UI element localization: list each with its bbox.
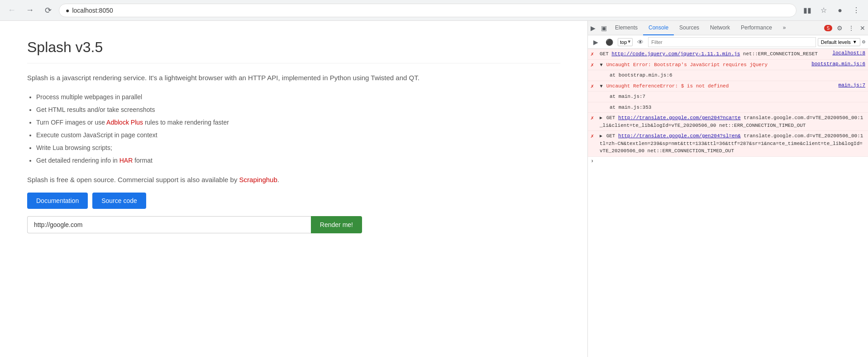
cast-button[interactable]: ▮▮ [800, 3, 815, 18]
expand-triangle-5[interactable]: ▶ [600, 133, 602, 140]
console-sub-2: at bootstrap.min.js:6 [588, 70, 868, 81]
tab-network[interactable]: Network [705, 21, 735, 35]
console-more-chevron[interactable]: › [591, 158, 594, 164]
documentation-button[interactable]: Documentation [27, 193, 88, 209]
console-msg-1: GET http://code.jquery.com/jquery-1.11.1… [600, 50, 830, 58]
devtools-close-btn[interactable]: ✕ [857, 23, 868, 34]
back-button[interactable]: ← [5, 3, 19, 18]
devtools-tab-bar: Elements Console Sources Network Perform… [610, 21, 792, 35]
console-entry-1: ✗ GET http://code.jquery.com/jquery-1.11… [588, 49, 868, 60]
list-item: Get detailed rendering info in HAR forma… [36, 154, 560, 167]
render-button[interactable]: Render me! [311, 216, 362, 233]
console-eye-btn[interactable]: 👁 [634, 37, 646, 48]
console-source-3[interactable]: main.js:7 [839, 82, 865, 88]
tab-performance[interactable]: Performance [735, 21, 777, 35]
console-msg-3: ▶ Uncaught ReferenceError: $ is not defi… [600, 82, 837, 90]
error-icon-1: ✗ [591, 51, 598, 58]
top-selector[interactable]: top ▼ [618, 38, 633, 46]
console-execute-btn[interactable]: ▶ [591, 37, 601, 48]
har-link[interactable]: HAR [119, 157, 133, 164]
console-entry-5: ✗ ▶ GET http://translate.google.com/gen2… [588, 131, 868, 157]
expand-triangle-2[interactable]: ▶ [598, 63, 605, 66]
page-content: Splash v3.5 Splash is a javascript rende… [0, 21, 587, 357]
buttons-row: Documentation Source code [27, 193, 560, 209]
list-item: Turn OFF images or use Adblock Plus rule… [36, 116, 560, 129]
address-bar: ● localhost:8050 [59, 4, 796, 17]
render-row: Render me! [27, 216, 362, 233]
expand-triangle-4[interactable]: ▶ [600, 115, 602, 121]
console-msg-2: ▶ Uncaught Error: Bootstrap's JavaScript… [600, 61, 810, 69]
top-dropdown-arrow: ▼ [628, 39, 630, 44]
bookmark-button[interactable]: ☆ [816, 3, 831, 18]
page-title: Splash v3.5 [27, 39, 560, 63]
devtools-more-btn[interactable]: ⋮ [845, 23, 857, 34]
console-entry-3: ✗ ▶ Uncaught ReferenceError: $ is not de… [588, 81, 868, 113]
top-label: top [620, 39, 627, 45]
translate-link-1[interactable]: http://translate.google.com/gen204?nca=t… [618, 115, 741, 121]
tab-console[interactable]: Console [643, 21, 674, 35]
browser-chrome: ← → ⟳ ● localhost:8050 ▮▮ ☆ ● ⋮ [0, 0, 868, 21]
console-sub-3a: at main.js:7 [588, 92, 868, 102]
translate-link-2[interactable]: http://translate.google.com/gen204?sl=en… [618, 133, 741, 139]
console-entry-4: ✗ ▶ GET http://translate.google.com/gen2… [588, 113, 868, 131]
profile-button[interactable]: ● [833, 3, 847, 18]
console-more-row: › [588, 157, 868, 166]
list-item: Get HTML results and/or take screenshots [36, 103, 560, 116]
error-icon-5: ✗ [591, 133, 598, 140]
chrome-actions: ▮▮ ☆ ● ⋮ [800, 3, 863, 18]
address-url: localhost:8050 [72, 7, 113, 14]
address-lock-icon: ● [66, 7, 69, 14]
list-item: Process multiple webpages in parallel [36, 91, 560, 103]
devtools-secondary-bar: ▶ ⚫ top ▼ 👁 Default levels ▼ ⚙ [588, 35, 868, 49]
error-icon-2: ✗ [591, 62, 598, 68]
open-source-text: Splash is free & open source. Commercial… [27, 176, 560, 183]
levels-dropdown[interactable]: Default levels ▼ [818, 38, 860, 46]
source-code-button[interactable]: Source code [92, 193, 146, 209]
console-source-2[interactable]: bootstrap.min.js:6 [811, 61, 865, 67]
main-layout: Splash v3.5 Splash is a javascript rende… [0, 21, 868, 357]
error-badge: 5 [824, 25, 832, 31]
devtools-device-btn[interactable]: ▣ [598, 23, 610, 34]
scrapinghub-link[interactable]: Scrapinghub [239, 176, 277, 183]
expand-triangle-3[interactable]: ▶ [598, 85, 605, 87]
jquery-link[interactable]: http://code.jquery.com/jquery-1.11.1.min… [611, 51, 740, 57]
render-input[interactable] [27, 216, 311, 233]
console-sub-3b: at main.js:353 [588, 102, 868, 113]
error-icon-3: ✗ [591, 83, 598, 90]
console-msg-5: ▶ GET http://translate.google.com/gen204… [600, 132, 865, 155]
list-item: Execute custom JavaScript in page contex… [36, 129, 560, 141]
console-source-1[interactable]: localhost:8 [832, 50, 865, 56]
feature-list: Process multiple webpages in parallel Ge… [36, 91, 560, 167]
devtools-toolbar: ▶ ▣ Elements Console Sources Network Per… [588, 21, 868, 35]
console-clear-btn[interactable]: ⚫ [603, 37, 616, 48]
levels-label: Default levels [821, 39, 851, 45]
list-item: Write Lua browsing scripts; [36, 141, 560, 154]
error-icon-4: ✗ [591, 115, 598, 121]
menu-button[interactable]: ⋮ [849, 3, 863, 18]
devtools-inspect-btn[interactable]: ▶ [588, 23, 598, 34]
levels-arrow: ▼ [853, 39, 857, 44]
tab-sources[interactable]: Sources [674, 21, 705, 35]
filter-input[interactable] [648, 37, 816, 47]
devtools-panel: ▶ ▣ Elements Console Sources Network Per… [587, 21, 868, 357]
devtools-settings-btn[interactable]: ⚙ [834, 23, 845, 34]
page-description: Splash is a javascript rendering service… [27, 72, 560, 83]
console-msg-4: ▶ GET http://translate.google.com/gen204… [600, 114, 865, 129]
console-entry-2: ✗ ▶ Uncaught Error: Bootstrap's JavaScri… [588, 60, 868, 81]
adblock-link[interactable]: Adblock Plus [106, 119, 143, 126]
console-output: ✗ GET http://code.jquery.com/jquery-1.11… [588, 49, 868, 357]
tab-elements[interactable]: Elements [610, 21, 643, 35]
tab-more[interactable]: » [777, 21, 792, 35]
forward-button[interactable]: → [23, 3, 37, 18]
console-settings-icon[interactable]: ⚙ [862, 39, 865, 45]
reload-button[interactable]: ⟳ [41, 3, 55, 18]
